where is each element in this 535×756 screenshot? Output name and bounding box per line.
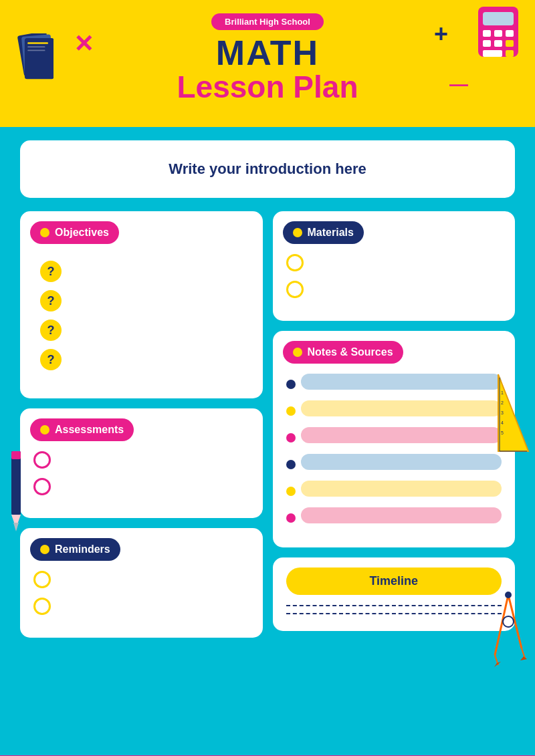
svg-line-28: [495, 595, 508, 655]
right-column: Materials Notes & Sources: [273, 211, 516, 638]
timeline-line-2: [286, 613, 502, 614]
svg-rect-7: [506, 40, 514, 47]
svg-rect-1: [483, 12, 514, 25]
list-item: [286, 281, 502, 298]
notes-bar: [301, 481, 502, 497]
mat-circle: [286, 281, 304, 298]
list-item: [286, 481, 502, 502]
pencil-icon: [1, 448, 31, 535]
svg-text:4: 4: [501, 420, 504, 425]
timeline-label: Timeline: [369, 574, 418, 588]
title-lesson: Lesson Plan: [27, 70, 508, 104]
school-name: Brilliant High School: [211, 13, 324, 30]
assessments-header: Assessments: [30, 418, 134, 441]
notes-sources-label: Notes & Sources: [308, 346, 393, 358]
notes-sources-card: Notes & Sources: [273, 331, 516, 547]
objectives-list: ? ? ? ?: [33, 254, 249, 385]
svg-rect-8: [483, 50, 502, 57]
notes-sources-header: Notes & Sources: [283, 341, 403, 364]
objectives-label: Objectives: [55, 227, 109, 239]
deco-x-icon: ✕: [74, 30, 94, 58]
bullet-circle: [33, 478, 51, 495]
objectives-dot: [40, 228, 49, 237]
left-column: Objectives ? ? ? ?: [20, 211, 263, 638]
materials-header: Materials: [283, 221, 364, 244]
q-mark-icon: ?: [40, 290, 62, 311]
list-item: [33, 478, 249, 495]
list-item: [286, 454, 502, 475]
svg-rect-27: [11, 451, 21, 459]
notes-dot-blue: [286, 460, 296, 469]
notes-bar: [301, 374, 502, 390]
list-item: [286, 374, 502, 395]
deco-plus-icon: +: [434, 20, 448, 48]
assessments-card: Assessments: [20, 408, 263, 518]
notes-dot: [293, 348, 302, 357]
main-content: · · · · ·· · · · ·· · · · · 1 2 3 4 5 Wr…: [0, 127, 535, 755]
list-item: [286, 254, 502, 271]
list-item: [33, 571, 249, 588]
deco-dots: · · · · ·· · · · ·· · · · ·: [475, 160, 518, 176]
notes-dot-yellow: [286, 406, 296, 416]
objectives-header: Objectives: [30, 221, 119, 244]
compass-icon: [485, 588, 532, 668]
svg-text:3: 3: [501, 410, 504, 415]
reminders-list: [33, 571, 249, 615]
calculator-icon: [475, 7, 522, 60]
objectives-card: Objectives ? ? ? ?: [20, 211, 263, 398]
svg-rect-14: [27, 46, 45, 47]
triangle-ruler-icon: 1 2 3 4 5: [492, 368, 532, 455]
materials-list: [286, 254, 502, 298]
header: ✕ + — Brilliant High School MATH Lesson …: [0, 0, 535, 127]
svg-rect-2: [483, 30, 491, 37]
list-item: ?: [40, 349, 243, 370]
svg-text:1: 1: [501, 390, 504, 395]
notes-list: [286, 374, 502, 529]
svg-text:2: 2: [501, 400, 504, 405]
notes-bar: [301, 507, 502, 523]
svg-text:5: 5: [501, 430, 504, 435]
reminders-header: Reminders: [30, 538, 120, 561]
assessments-dot: [40, 425, 49, 434]
notes-bar: [301, 400, 502, 416]
list-item: [286, 507, 502, 529]
svg-rect-5: [483, 40, 491, 47]
svg-rect-4: [506, 30, 514, 37]
svg-rect-24: [11, 451, 21, 515]
svg-rect-15: [27, 50, 45, 51]
q-mark-icon: ?: [40, 320, 62, 341]
assessments-label: Assessments: [55, 424, 124, 436]
notes-dot-blue: [286, 380, 296, 389]
timeline-line-1: [286, 605, 502, 606]
list-item: [286, 427, 502, 449]
list-item: ?: [40, 261, 243, 282]
two-column-layout: Objectives ? ? ? ?: [20, 211, 515, 638]
list-item: ?: [40, 320, 243, 341]
mat-circle: [286, 254, 304, 271]
notes-bar: [301, 427, 502, 443]
svg-rect-12: [25, 38, 54, 79]
list-item: [286, 400, 502, 422]
timeline-card: Timeline: [273, 557, 516, 631]
list-item: [33, 598, 249, 615]
svg-rect-9: [506, 50, 514, 57]
notes-dot-yellow: [286, 487, 296, 496]
materials-dot: [293, 228, 302, 237]
reminders-dot: [40, 545, 49, 554]
notebook-icon: [13, 33, 54, 80]
timeline-header: Timeline: [286, 568, 502, 595]
svg-rect-3: [494, 30, 502, 37]
notes-dot-pink: [286, 433, 296, 443]
deco-minus-icon: —: [449, 74, 468, 95]
reminders-label: Reminders: [55, 543, 110, 555]
svg-point-30: [505, 592, 512, 598]
reminders-card: Reminders: [20, 528, 263, 638]
bullet-circle: [33, 571, 51, 588]
svg-marker-26: [13, 523, 19, 531]
intro-text: Write your introduction here: [169, 160, 366, 177]
materials-label: Materials: [308, 227, 354, 239]
notes-dot-pink: [286, 513, 296, 523]
intro-box: Write your introduction here: [20, 140, 515, 198]
materials-card: Materials: [273, 211, 516, 321]
notes-bar: [301, 454, 502, 470]
